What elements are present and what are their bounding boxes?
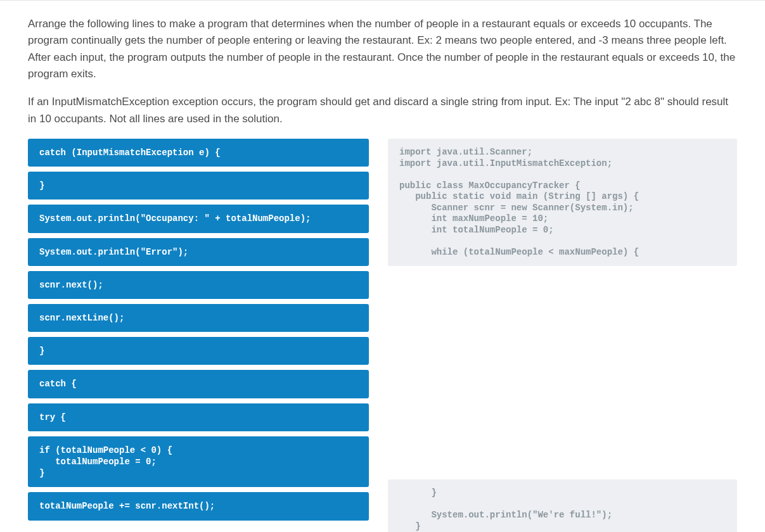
code-block-if-neg[interactable]: if (totalNumPeople < 0) { totalNumPeople… [28,436,369,488]
target-blocks-column: import java.util.Scanner; import java.ut… [388,139,737,532]
instruction-paragraph-2: If an InputMismatchException exception o… [28,94,737,127]
code-block-println-occupancy[interactable]: System.out.println("Occupancy: " + total… [28,205,369,232]
exercise-area: catch (InputMismatchException e) { } Sys… [28,139,737,532]
instruction-paragraph-1: Arrange the following lines to make a pr… [28,16,737,82]
code-block-println-error[interactable]: System.out.println("Error"); [28,238,369,266]
code-block-catch-ime[interactable]: catch (InputMismatchException e) { [28,139,369,167]
code-block-scnr-next[interactable]: scnr.next(); [28,271,369,299]
code-block-close-brace-2[interactable]: } [28,337,369,365]
source-blocks-column: catch (InputMismatchException e) { } Sys… [28,139,369,532]
code-block-scnr-nextline[interactable]: scnr.nextLine(); [28,304,369,332]
target-code-top[interactable]: import java.util.Scanner; import java.ut… [388,139,737,266]
instructions-section: Arrange the following lines to make a pr… [28,16,737,127]
code-block-try[interactable]: try { [28,403,369,431]
code-block-close-brace-1[interactable]: } [28,172,369,200]
main-container: Arrange the following lines to make a pr… [0,1,765,532]
code-block-catch-plain[interactable]: catch { [28,370,369,398]
code-block-add-nextint[interactable]: totalNumPeople += scnr.nextInt(); [28,492,369,520]
target-code-bottom[interactable]: } System.out.println("We're full!"); } } [388,479,737,532]
